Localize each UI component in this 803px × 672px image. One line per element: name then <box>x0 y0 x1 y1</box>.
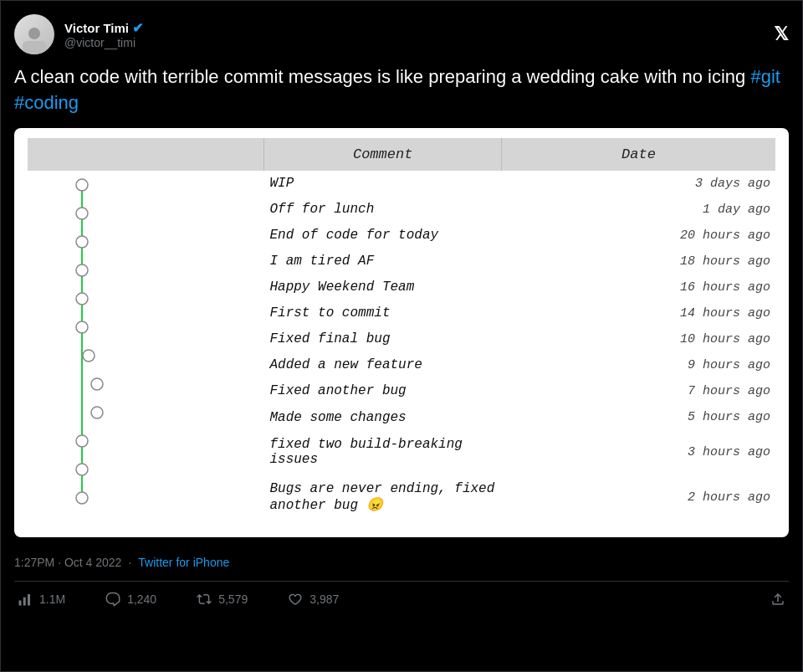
share-icon <box>770 592 785 607</box>
tweet-header-left: Victor Timi ✔ @victor__timi <box>14 14 143 54</box>
verified-icon: ✔ <box>132 20 143 36</box>
commit-date: 2 hours ago <box>502 475 775 521</box>
commit-date: 9 hours ago <box>502 352 775 378</box>
name-text: Victor Timi <box>64 21 129 35</box>
tweet-actions: 1.1M 1,240 5,579 3,987 <box>14 582 789 617</box>
commit-date: 16 hours ago <box>502 274 775 300</box>
commit-date: 3 hours ago <box>502 430 775 475</box>
svg-point-12 <box>76 492 88 504</box>
chart-bar-icon <box>18 592 33 607</box>
tweet-text: A clean code with terrible commit messag… <box>14 64 789 116</box>
commit-comment: Bugs are never ending, fixed another bug… <box>264 475 501 521</box>
tweet-text-main: A clean code with terrible commit messag… <box>14 66 750 87</box>
commit-date: 5 hours ago <box>502 404 775 430</box>
svg-point-11 <box>76 464 88 475</box>
commit-date: 1 day ago <box>502 197 775 223</box>
timeline-svg <box>28 171 128 521</box>
commit-comment: Happy Weekend Team <box>264 274 501 300</box>
views-count: 1.1M <box>39 592 65 606</box>
svg-point-10 <box>76 435 88 447</box>
svg-point-2 <box>76 208 88 219</box>
tweet-card: Victor Timi ✔ @victor__timi 𝕏 A clean co… <box>0 0 803 672</box>
svg-point-5 <box>76 293 88 305</box>
views-action[interactable]: 1.1M <box>18 592 65 607</box>
svg-point-4 <box>76 264 88 276</box>
commit-date: 20 hours ago <box>502 223 775 249</box>
col3-header: Date <box>502 138 775 171</box>
commit-date: 7 hours ago <box>502 378 775 404</box>
commit-comment: Fixed final bug <box>264 326 501 352</box>
retweet-icon <box>197 592 212 607</box>
table-header-row: Comment Date <box>28 138 775 171</box>
timestamp: 1:27PM · Oct 4 2022 <box>14 556 121 569</box>
likes-count: 3,987 <box>309 592 339 606</box>
tweet-footer: 1:27PM · Oct 4 2022 · Twitter for iPhone <box>14 547 789 582</box>
svg-point-8 <box>91 378 103 390</box>
commit-comment: Fixed another bug <box>264 378 501 404</box>
commit-comment: WIP <box>264 171 501 197</box>
commit-date: 3 days ago <box>502 171 775 197</box>
col1-header <box>28 138 264 171</box>
comments-count: 1,240 <box>127 592 156 606</box>
timeline-cell <box>28 171 264 521</box>
commit-comment: First to commit <box>264 300 501 326</box>
commit-comment: Added a new feature <box>264 352 501 378</box>
svg-rect-13 <box>19 600 22 605</box>
retweet-count: 5,579 <box>218 592 248 606</box>
username: @victor__timi <box>64 36 143 49</box>
col2-header: Comment <box>264 138 501 171</box>
table-row: WIP3 days ago <box>28 171 775 197</box>
commit-comment: Made some changes <box>264 404 501 430</box>
svg-point-9 <box>91 407 103 418</box>
commit-comment: I am tired AF <box>264 249 501 274</box>
commit-comment: fixed two build-breaking issues <box>264 430 501 475</box>
tweet-header: Victor Timi ✔ @victor__timi 𝕏 <box>14 14 789 54</box>
svg-point-3 <box>76 236 88 248</box>
svg-rect-14 <box>23 597 26 605</box>
commit-date: 18 hours ago <box>502 249 775 274</box>
commit-comment: Off for lunch <box>264 197 501 223</box>
svg-point-6 <box>76 321 88 333</box>
svg-rect-15 <box>28 594 30 606</box>
avatar <box>14 14 54 54</box>
x-logo: 𝕏 <box>774 23 789 45</box>
share-action[interactable] <box>770 592 785 607</box>
svg-point-1 <box>76 179 88 191</box>
user-info: Victor Timi ✔ @victor__timi <box>64 20 143 49</box>
svg-point-7 <box>83 350 95 362</box>
commit-date: 10 hours ago <box>502 326 775 352</box>
like-action[interactable]: 3,987 <box>288 592 339 607</box>
heart-icon <box>288 592 303 607</box>
commit-table: Comment Date WIP3 days agoOff for lunch1… <box>28 138 775 521</box>
display-name: Victor Timi ✔ <box>64 20 143 36</box>
commit-comment: End of code for today <box>264 223 501 249</box>
comments-action[interactable]: 1,240 <box>105 592 156 607</box>
commit-date: 14 hours ago <box>502 300 775 326</box>
comment-icon <box>105 592 120 607</box>
via-label[interactable]: Twitter for iPhone <box>138 556 229 569</box>
commit-table-wrapper: Comment Date WIP3 days agoOff for lunch1… <box>14 128 789 537</box>
retweet-action[interactable]: 5,579 <box>197 592 248 607</box>
